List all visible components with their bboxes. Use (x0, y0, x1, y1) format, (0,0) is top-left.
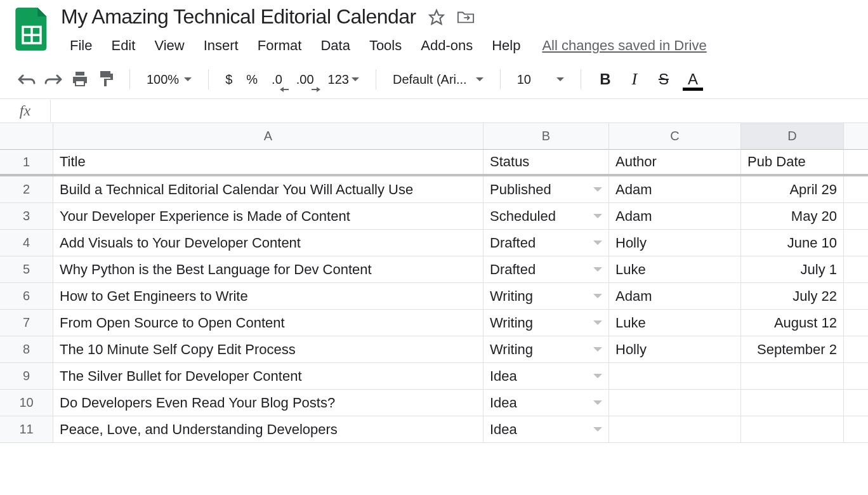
cell-pub-date[interactable]: April 29 (741, 176, 844, 202)
cell-pub-date[interactable]: July 1 (741, 256, 844, 282)
header-cell-pub-date[interactable]: Pub Date (741, 150, 844, 174)
cell-pub-date[interactable]: May 20 (741, 203, 844, 229)
decrease-decimals-button[interactable]: .0 (266, 68, 287, 91)
cell-title[interactable]: Add Visuals to Your Developer Content (53, 230, 483, 256)
cell-status[interactable]: Writing (483, 310, 609, 336)
star-icon[interactable] (428, 8, 445, 26)
header-cell-author[interactable]: Author (609, 150, 741, 174)
cell-status[interactable]: Idea (483, 363, 609, 389)
header-cell-title[interactable]: Title (53, 150, 483, 174)
chevron-down-icon[interactable] (593, 427, 602, 432)
cell-title[interactable]: How to Get Engineers to Write (53, 283, 483, 309)
menu-view[interactable]: View (145, 34, 193, 58)
cell[interactable] (844, 283, 868, 309)
cell-status[interactable]: Writing (483, 336, 609, 362)
undo-button[interactable] (15, 68, 38, 91)
cell-pub-date[interactable] (741, 390, 844, 416)
cell-status[interactable]: Idea (483, 416, 609, 442)
cell-status[interactable]: Published (483, 176, 609, 202)
cell-author[interactable]: Adam (609, 283, 741, 309)
cell-pub-date[interactable]: July 22 (741, 283, 844, 309)
cell-author[interactable]: Adam (609, 176, 741, 202)
document-title[interactable]: My Amazing Technical Editorial Calendar (61, 5, 416, 29)
column-header-A[interactable]: A (53, 123, 483, 150)
menu-edit[interactable]: Edit (102, 34, 144, 58)
cell-author[interactable] (609, 416, 741, 442)
cell-author[interactable] (609, 390, 741, 416)
cell[interactable] (844, 150, 868, 174)
increase-decimals-button[interactable]: .00 (291, 68, 319, 91)
text-color-button[interactable]: A (680, 68, 706, 91)
currency-format-button[interactable]: $ (220, 68, 237, 91)
cell-pub-date[interactable]: June 10 (741, 230, 844, 256)
cell-pub-date[interactable] (741, 363, 844, 389)
chevron-down-icon[interactable] (593, 320, 602, 325)
menu-format[interactable]: Format (249, 34, 311, 58)
chevron-down-icon[interactable] (593, 294, 602, 298)
cell-pub-date[interactable]: August 12 (741, 310, 844, 336)
row-header-10[interactable]: 10 (0, 390, 53, 416)
row-header-8[interactable]: 8 (0, 336, 53, 362)
cell-title[interactable]: The Silver Bullet for Developer Content (53, 363, 483, 389)
menu-add-ons[interactable]: Add-ons (412, 34, 482, 58)
percent-format-button[interactable]: % (241, 68, 263, 91)
cell-title[interactable]: From Open Source to Open Content (53, 310, 483, 336)
cell[interactable] (844, 336, 868, 362)
cell[interactable] (844, 256, 868, 282)
cell-title[interactable]: Build a Technical Editorial Calendar You… (53, 176, 483, 202)
font-family-dropdown[interactable]: Default (Ari... (388, 72, 489, 87)
cell[interactable] (844, 203, 868, 229)
chevron-down-icon[interactable] (593, 241, 602, 245)
menu-insert[interactable]: Insert (195, 34, 247, 58)
row-header-5[interactable]: 5 (0, 256, 53, 282)
chevron-down-icon[interactable] (593, 347, 602, 352)
cell-status[interactable]: Drafted (483, 230, 609, 256)
cell[interactable] (844, 230, 868, 256)
zoom-dropdown[interactable]: 100% (141, 72, 197, 87)
cell-status[interactable]: Scheduled (483, 203, 609, 229)
menu-data[interactable]: Data (312, 34, 358, 58)
sheets-app-icon[interactable] (13, 8, 51, 52)
chevron-down-icon[interactable] (593, 187, 602, 192)
cell-pub-date[interactable] (741, 416, 844, 442)
font-size-dropdown[interactable]: 10 (512, 72, 569, 87)
cell[interactable] (844, 390, 868, 416)
header-cell-status[interactable]: Status (483, 150, 609, 174)
formula-input[interactable] (51, 99, 868, 122)
cell-author[interactable]: Luke (609, 256, 741, 282)
cell[interactable] (844, 310, 868, 336)
cell-author[interactable]: Holly (609, 336, 741, 362)
menu-help[interactable]: Help (483, 34, 529, 58)
row-header-1[interactable]: 1 (0, 150, 53, 174)
chevron-down-icon[interactable] (593, 214, 602, 218)
cell-title[interactable]: The 10 Minute Self Copy Edit Process (53, 336, 483, 362)
column-header-extra[interactable] (844, 123, 868, 150)
row-header-11[interactable]: 11 (0, 416, 53, 442)
row-header-7[interactable]: 7 (0, 310, 53, 336)
cell-author[interactable] (609, 363, 741, 389)
italic-button[interactable]: I (622, 68, 647, 91)
chevron-down-icon[interactable] (593, 267, 602, 272)
cell-status[interactable]: Writing (483, 283, 609, 309)
print-button[interactable] (69, 68, 91, 91)
cell[interactable] (844, 176, 868, 202)
cell-title[interactable]: Why Python is the Best Language for Dev … (53, 256, 483, 282)
cell-title[interactable]: Peace, Love, and Understanding Developer… (53, 416, 483, 442)
cell-status[interactable]: Drafted (483, 256, 609, 282)
cell[interactable] (844, 363, 868, 389)
bold-button[interactable]: B (593, 68, 618, 91)
row-header-3[interactable]: 3 (0, 203, 53, 229)
row-header-6[interactable]: 6 (0, 283, 53, 309)
cell[interactable] (844, 416, 868, 442)
cell-status[interactable]: Idea (483, 390, 609, 416)
cell-pub-date[interactable]: September 2 (741, 336, 844, 362)
number-format-dropdown[interactable]: 123 (323, 68, 364, 91)
cell-author[interactable]: Luke (609, 310, 741, 336)
column-header-C[interactable]: C (609, 123, 741, 150)
strikethrough-button[interactable]: S (651, 68, 676, 91)
redo-button[interactable] (42, 68, 65, 91)
column-header-B[interactable]: B (483, 123, 609, 150)
row-header-2[interactable]: 2 (0, 176, 53, 202)
select-all-corner[interactable] (0, 123, 53, 150)
cell-author[interactable]: Adam (609, 203, 741, 229)
